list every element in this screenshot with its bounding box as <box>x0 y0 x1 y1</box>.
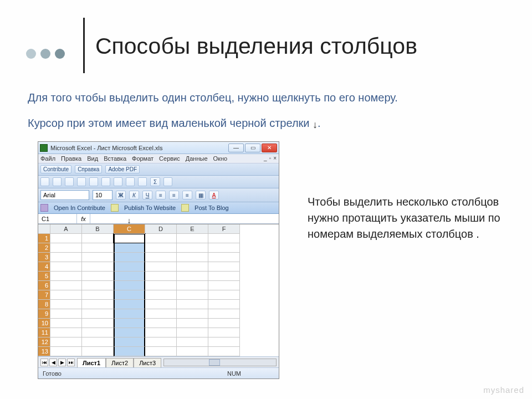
horizontal-scrollbar[interactable] <box>163 359 277 366</box>
cell-D4[interactable] <box>145 262 177 272</box>
cell-E8[interactable] <box>177 300 208 309</box>
minimize-button[interactable]: — <box>228 144 244 152</box>
cell-A12[interactable] <box>50 337 82 347</box>
cell-B5[interactable] <box>82 272 114 281</box>
row-header-2[interactable]: 2 <box>38 243 50 253</box>
cell-B6[interactable] <box>82 281 114 290</box>
cell-E1[interactable] <box>177 234 208 243</box>
cell-B8[interactable] <box>82 300 114 309</box>
select-all-corner[interactable] <box>38 224 50 234</box>
row-header-4[interactable]: 4 <box>38 262 50 272</box>
cell-A10[interactable] <box>50 319 82 328</box>
cell-C6[interactable] <box>114 281 145 290</box>
cell-E13[interactable] <box>177 347 208 356</box>
cell-A2[interactable] <box>50 243 82 253</box>
menu-edit[interactable]: Правка <box>61 155 81 162</box>
print-icon[interactable] <box>77 177 86 186</box>
tab-nav-next-icon[interactable]: ▶ <box>58 359 66 366</box>
cell-D6[interactable] <box>145 281 177 290</box>
column-header-F[interactable]: F <box>208 224 240 234</box>
publish-to-website[interactable]: Publish To Website <box>124 204 176 211</box>
cell-C11[interactable] <box>114 328 145 337</box>
cell-B2[interactable] <box>82 243 114 253</box>
tab-nav-prev-icon[interactable]: ◀ <box>49 359 57 366</box>
cell-E9[interactable] <box>177 309 208 319</box>
cell-C7[interactable] <box>114 290 145 300</box>
cell-D3[interactable] <box>145 253 177 262</box>
cell-E12[interactable] <box>177 337 208 347</box>
column-header-E[interactable]: E <box>177 224 208 234</box>
menu-window[interactable]: Окно <box>213 155 228 162</box>
cell-A3[interactable] <box>50 253 82 262</box>
align-center-icon[interactable]: ≡ <box>169 191 179 200</box>
undo-icon[interactable] <box>126 177 135 186</box>
save-icon[interactable] <box>65 177 74 186</box>
sheet-tab-2[interactable]: Лист2 <box>106 358 134 367</box>
open-in-contribute[interactable]: Open In Contribute <box>54 204 105 211</box>
cell-D7[interactable] <box>145 290 177 300</box>
italic-button[interactable]: К <box>129 191 139 200</box>
menu-format[interactable]: Формат <box>132 155 154 162</box>
cell-E2[interactable] <box>177 243 208 253</box>
cell-E6[interactable] <box>177 281 208 290</box>
new-icon[interactable] <box>40 177 49 186</box>
row-header-6[interactable]: 6 <box>38 281 50 290</box>
cell-D9[interactable] <box>145 309 177 319</box>
cell-C2[interactable] <box>114 243 145 253</box>
row-header-9[interactable]: 9 <box>38 309 50 319</box>
redo-icon[interactable] <box>138 177 147 186</box>
maximize-button[interactable]: ▭ <box>245 144 260 152</box>
cell-C10[interactable] <box>114 319 145 328</box>
cell-C1[interactable] <box>114 234 145 243</box>
cell-C5[interactable] <box>114 272 145 281</box>
cell-D12[interactable] <box>145 337 177 347</box>
cut-icon[interactable] <box>89 177 98 186</box>
cell-E10[interactable] <box>177 319 208 328</box>
column-header-C[interactable]: C↓ <box>114 224 145 234</box>
cell-E3[interactable] <box>177 253 208 262</box>
cell-B13[interactable] <box>82 347 114 356</box>
close-button[interactable]: ✕ <box>262 144 277 152</box>
doc-minimize-button[interactable]: _ <box>264 155 267 162</box>
cell-D13[interactable] <box>145 347 177 356</box>
row-header-8[interactable]: 8 <box>38 300 50 309</box>
menu-data[interactable]: Данные <box>186 155 208 162</box>
cell-D10[interactable] <box>145 319 177 328</box>
cell-B11[interactable] <box>82 328 114 337</box>
cell-D2[interactable] <box>145 243 177 253</box>
cell-B10[interactable] <box>82 319 114 328</box>
copy-icon[interactable] <box>101 177 110 186</box>
cell-D8[interactable] <box>145 300 177 309</box>
name-box[interactable]: C1 <box>38 214 77 223</box>
cell-C13[interactable] <box>114 347 145 356</box>
align-right-icon[interactable]: ≡ <box>182 191 192 200</box>
cell-E4[interactable] <box>177 262 208 272</box>
cell-A13[interactable] <box>50 347 82 356</box>
menu-service[interactable]: Сервис <box>159 155 180 162</box>
post-to-blog[interactable]: Post To Blog <box>195 204 229 211</box>
cell-B3[interactable] <box>82 253 114 262</box>
font-color-icon[interactable]: A <box>209 191 219 200</box>
cell-B7[interactable] <box>82 290 114 300</box>
cell-B4[interactable] <box>82 262 114 272</box>
cell-D11[interactable] <box>145 328 177 337</box>
menu-contribute[interactable]: Contribute <box>40 165 71 173</box>
cell-F3[interactable] <box>208 253 240 262</box>
sort-icon[interactable] <box>163 177 172 186</box>
cell-E5[interactable] <box>177 272 208 281</box>
cell-C8[interactable] <box>114 300 145 309</box>
cell-A6[interactable] <box>50 281 82 290</box>
row-header-11[interactable]: 11 <box>38 328 50 337</box>
fx-icon[interactable]: fx <box>77 214 90 223</box>
cell-F4[interactable] <box>208 262 240 272</box>
tab-nav-first-icon[interactable]: ⏮ <box>40 359 48 366</box>
menu-adobe-pdf[interactable]: Adobe PDF <box>105 165 140 173</box>
autosum-icon[interactable]: Σ <box>150 177 160 186</box>
row-header-13[interactable]: 13 <box>38 347 50 356</box>
row-header-3[interactable]: 3 <box>38 253 50 262</box>
scrollbar-thumb[interactable] <box>209 359 220 366</box>
menu-help[interactable]: Справка <box>75 165 102 173</box>
font-name-select[interactable]: Arial <box>40 190 89 200</box>
cell-D1[interactable] <box>145 234 177 243</box>
cell-F1[interactable] <box>208 234 240 243</box>
